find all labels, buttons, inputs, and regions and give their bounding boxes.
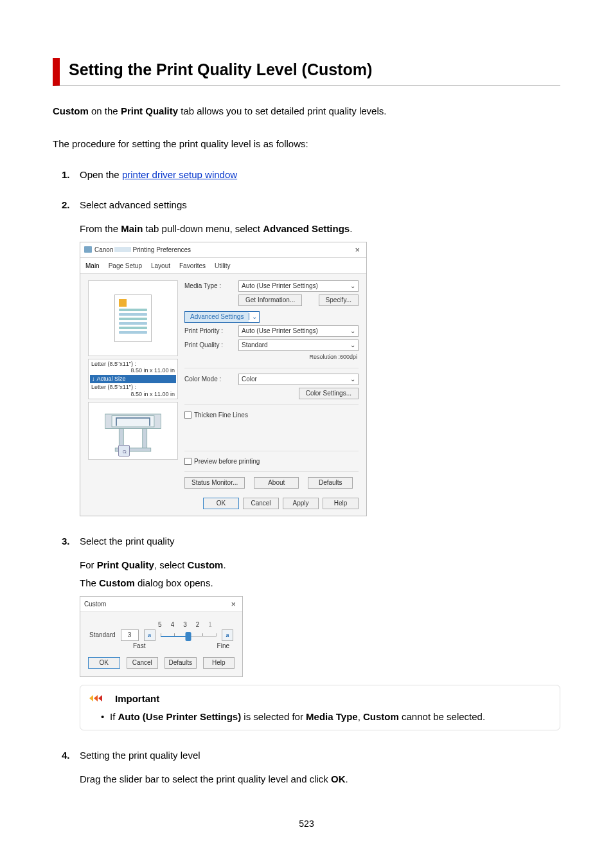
intro-strong-custom: Custom (53, 105, 89, 116)
step-1-head: Open the printer driver setup window (80, 169, 560, 180)
step-4-number: 4. (62, 750, 70, 761)
chevron-down-icon: ⌄ (350, 327, 355, 334)
step-3: 3. Select the print quality For Print Qu… (53, 536, 560, 730)
step-3-detail-1: For Print Quality, select Custom. (80, 558, 560, 573)
fine-quality-icon: a (222, 629, 233, 641)
color-settings-button[interactable]: Color Settings... (299, 388, 359, 399)
color-mode-select[interactable]: Color ⌄ (238, 374, 359, 385)
step-2-detail: From the Main tab pull-down menu, select… (80, 222, 560, 237)
custom-dialog: Custom × 5 4 3 2 1 Standard 3 a (80, 596, 243, 677)
printer-illustration: ⌕ (88, 402, 178, 460)
page-number: 523 (53, 818, 560, 829)
step-4-detail: Drag the slider bar to select the print … (80, 772, 560, 787)
cancel-button[interactable]: Cancel (243, 498, 279, 509)
chevron-down-icon: ⌄ (249, 313, 259, 320)
paper-size-info: Letter (8.5"x11") : 8.50 in x 11.00 in A… (88, 359, 178, 400)
custom-ok-button[interactable]: OK (88, 657, 120, 669)
media-type-label: Media Type : (184, 282, 235, 289)
status-monitor-button[interactable]: Status Monitor... (184, 477, 245, 489)
preview-before-printing-checkbox[interactable] (184, 458, 191, 465)
custom-dialog-titlebar: Custom × (80, 597, 242, 612)
apply-button[interactable]: Apply (283, 498, 319, 509)
standard-label: Standard (89, 631, 116, 638)
step-3-number: 3. (62, 536, 70, 547)
important-icon (89, 694, 111, 703)
svg-marker-7 (98, 695, 102, 701)
get-information-button[interactable]: Get Information... (238, 294, 302, 306)
print-priority-select[interactable]: Auto (Use Printer Settings) ⌄ (238, 325, 359, 337)
quality-value: 3 (121, 629, 139, 641)
quality-slider[interactable] (161, 629, 217, 641)
important-item: If Auto (Use Printer Settings) is select… (110, 709, 551, 725)
print-priority-label: Print Priority : (184, 327, 235, 334)
step-4-head: Setting the print quality level (80, 750, 560, 761)
intro-paragraph-1: Custom on the Print Quality tab allows y… (53, 104, 560, 119)
magnifier-icon[interactable]: ⌕ (118, 445, 130, 457)
step-3-head: Select the print quality (80, 536, 560, 547)
tab-favorites[interactable]: Favorites (178, 260, 207, 273)
dialog-brand: Canon (94, 246, 113, 253)
tab-layout[interactable]: Layout (150, 260, 172, 273)
tab-page-setup[interactable]: Page Setup (107, 260, 143, 273)
custom-defaults-button[interactable]: Defaults (164, 657, 197, 669)
step-2-number: 2. (62, 199, 70, 210)
fast-label: Fast (133, 642, 145, 649)
chevron-down-icon: ⌄ (350, 341, 355, 348)
preview-before-printing-label: Preview before printing (194, 458, 260, 465)
tab-utility[interactable]: Utility (213, 260, 231, 273)
intro-strong-print-quality: Print Quality (121, 105, 178, 116)
custom-dialog-title: Custom (84, 601, 106, 608)
important-note: Important If Auto (Use Printer Settings)… (80, 685, 560, 730)
resolution-text: Resolution :600dpi (184, 354, 359, 360)
svg-marker-5 (89, 695, 93, 701)
dialog-title: Printing Preferences (132, 246, 191, 253)
printer-icon (84, 246, 92, 253)
settings-mode-select[interactable]: Advanced Settings ⌄ (184, 311, 260, 323)
step-2-head: Select advanced settings (80, 199, 560, 210)
color-mode-label: Color Mode : (184, 375, 235, 383)
close-icon[interactable]: × (352, 245, 362, 255)
step-1-number: 1. (62, 169, 70, 180)
ok-button[interactable]: OK (203, 498, 239, 509)
dialog-tabs: Main Page Setup Layout Favorites Utility (80, 258, 366, 274)
about-button[interactable]: About (254, 477, 299, 489)
step-4: 4. Setting the print quality level Drag … (53, 750, 560, 787)
print-quality-label: Print Quality : (184, 341, 235, 348)
print-quality-select[interactable]: Standard ⌄ (238, 339, 359, 351)
printing-preferences-dialog: Canon Printing Preferences × Main Page S… (80, 242, 367, 516)
thicken-fine-lines-label: Thicken Fine Lines (194, 411, 248, 419)
close-icon[interactable]: × (228, 599, 238, 609)
media-type-select[interactable]: Auto (Use Printer Settings) ⌄ (238, 280, 359, 292)
important-label: Important (115, 693, 159, 704)
fast-quality-icon: a (144, 629, 155, 641)
step-3-detail-2: The Custom dialog box opens. (80, 576, 560, 591)
page-title: Setting the Print Quality Level (Custom) (69, 60, 560, 79)
document-preview (88, 280, 178, 356)
svg-rect-1 (112, 416, 154, 427)
dialog-model-blur (114, 247, 131, 252)
help-button[interactable]: Help (323, 498, 359, 509)
custom-help-button[interactable]: Help (203, 657, 235, 669)
step-1: 1. Open the printer driver setup window (53, 169, 560, 180)
svg-rect-3 (143, 429, 147, 450)
page-title-bar: Setting the Print Quality Level (Custom) (53, 58, 560, 86)
defaults-button[interactable]: Defaults (308, 477, 353, 489)
quality-scale-labels: 5 4 3 2 1 (89, 621, 233, 628)
step-2: 2. Select advanced settings From the Mai… (53, 199, 560, 516)
thicken-fine-lines-checkbox[interactable] (184, 411, 191, 419)
chevron-down-icon: ⌄ (350, 282, 355, 289)
intro-paragraph-2: The procedure for setting the print qual… (53, 137, 560, 152)
tab-main[interactable]: Main (84, 260, 101, 273)
printer-driver-setup-link[interactable]: printer driver setup window (122, 169, 237, 180)
fine-label: Fine (217, 642, 229, 649)
custom-cancel-button[interactable]: Cancel (127, 657, 159, 669)
svg-marker-6 (94, 695, 98, 701)
dialog-titlebar: Canon Printing Preferences × (80, 242, 366, 258)
chevron-down-icon: ⌄ (350, 375, 355, 383)
specify-button[interactable]: Specify... (319, 294, 359, 306)
